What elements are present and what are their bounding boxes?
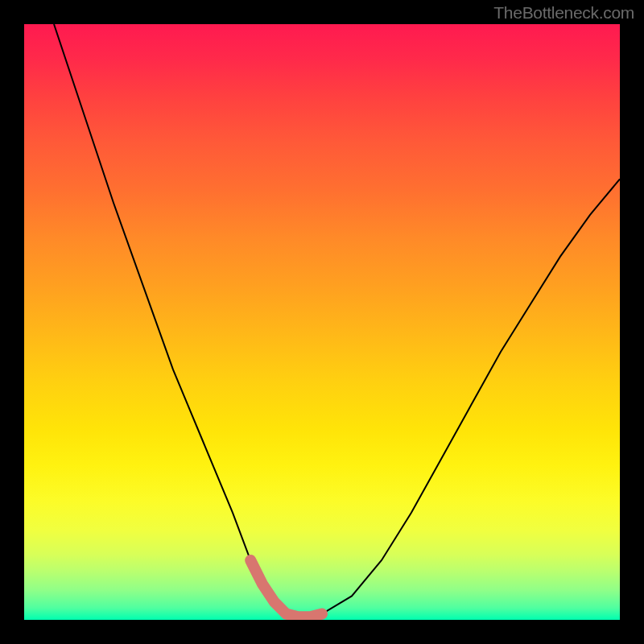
gradient-background bbox=[24, 24, 620, 620]
watermark-text: TheBottleneck.com bbox=[493, 3, 634, 23]
plot-area bbox=[24, 24, 620, 620]
